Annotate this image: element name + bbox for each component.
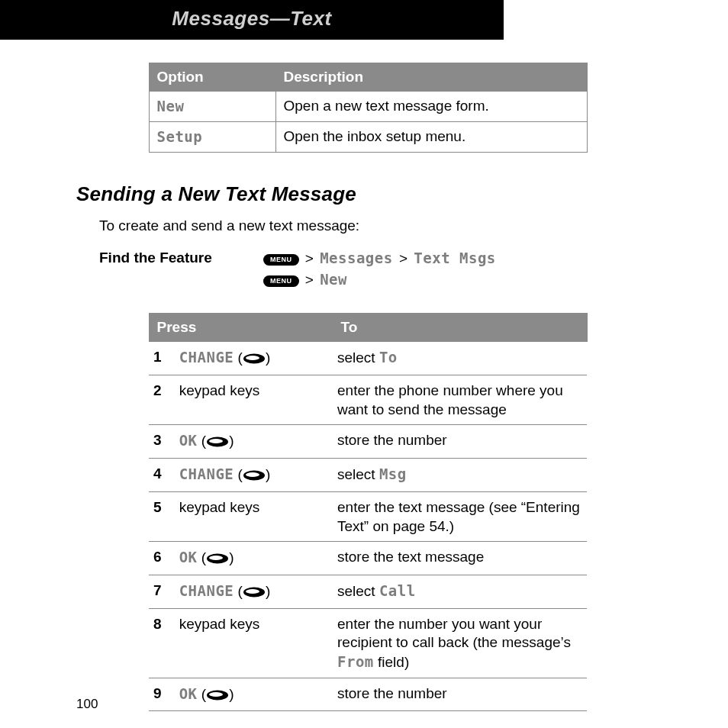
step-to: store the number [333,678,587,711]
page-header: Messages—Text [0,0,504,40]
soft-key-icon [206,551,229,567]
soft-key-label: OK [179,432,198,449]
page-number: 100 [76,696,98,713]
step-press: CHANGE () [175,575,333,608]
step-to-text: enter the text message (see “Entering Te… [337,499,580,534]
step-to: enter the phone number where you want to… [333,375,587,425]
step-to-text: store the text message [337,549,484,565]
step-to: select Msg [333,459,587,492]
step-to-term: To [379,349,398,366]
table-row: 1CHANGE ()select To [149,342,587,375]
step-to: enter the text message (see “Entering Te… [333,491,587,541]
step-to-text: select [337,466,379,482]
navigation-path: MENU > Messages > Text Msgs MENU > New [263,249,659,291]
table-row: NewOpen a new text message form. [149,92,587,122]
table-row: 2keypad keysenter the phone number where… [149,375,587,425]
step-to: enter the number you want your recipient… [333,608,587,678]
step-number: 1 [149,342,175,375]
step-number: 4 [149,459,175,492]
steps-head-press: Press [149,313,333,342]
soft-key-icon [243,585,266,601]
nav-item: New [320,271,347,288]
soft-key-label: OK [179,549,198,565]
option-description: Open a new text message form. [275,92,587,122]
step-to: store the text message [333,542,587,575]
step-to: select Call [333,575,587,608]
step-press: keypad keys [175,375,333,425]
nav-item: Text Msgs [414,250,495,266]
step-to-text: select [337,350,379,366]
step-number: 5 [149,491,175,541]
step-to-text: store the number [337,432,447,448]
menu-key-icon: MENU [263,254,299,266]
option-name: New [149,92,275,122]
menu-key-icon: MENU [263,275,299,287]
soft-key-label: CHANGE [179,465,234,482]
table-row: 9OK ()store the number [149,678,587,711]
intro-text: To create and send a new text message: [99,217,659,236]
svg-point-5 [246,472,259,477]
step-number: 6 [149,542,175,575]
soft-key-label: CHANGE [179,582,234,599]
chevron-right-icon: > [303,272,316,288]
soft-key-icon [243,351,266,367]
soft-key-icon [243,468,266,484]
step-press: OK () [175,425,333,459]
step-press: keypad keys [175,491,333,541]
step-to-term: Msg [379,465,407,482]
table-row: SetupOpen the inbox setup menu. [149,122,587,153]
step-press: CHANGE () [175,459,333,492]
page-header-title: Messages—Text [172,7,331,30]
steps-table: Press To 1CHANGE ()select To2keypad keys… [149,313,588,712]
table-row: 6OK ()store the text message [149,542,587,575]
step-press: keypad keys [175,608,333,678]
option-name: Setup [149,122,275,153]
step-press: CHANGE () [175,342,333,375]
section-heading: Sending a New Text Message [76,182,659,208]
soft-key-icon [206,688,229,704]
svg-point-1 [246,356,259,360]
option-description: Open the inbox setup menu. [275,122,587,153]
steps-head-to: To [333,313,587,342]
step-to-text: select [337,583,379,599]
options-head-description: Description [275,63,587,92]
step-to-text: enter the phone number where you want to… [337,382,563,417]
soft-key-label: OK [179,685,198,702]
step-number: 9 [149,678,175,711]
step-number: 7 [149,575,175,608]
step-number: 8 [149,608,175,678]
step-to-text: store the number [337,685,447,701]
step-to-text: field) [374,654,409,670]
chevron-right-icon: > [397,250,410,266]
svg-point-9 [246,589,259,594]
options-head-option: Option [149,63,275,92]
step-to: store the number [333,425,587,459]
step-press: OK () [175,678,333,711]
find-the-feature-label: Find the Feature [99,249,263,291]
step-number: 3 [149,425,175,459]
step-to-text: enter the number you want your recipient… [337,616,571,651]
step-number: 2 [149,375,175,425]
svg-point-11 [209,692,223,697]
soft-key-label: CHANGE [179,349,234,366]
soft-key-icon [206,434,229,450]
step-to: select To [333,342,587,375]
step-to-term: From [337,653,374,670]
nav-item: Messages [320,250,393,266]
table-row: 4CHANGE ()select Msg [149,459,587,492]
table-row: 8keypad keysenter the number you want yo… [149,608,587,678]
chevron-right-icon: > [303,250,316,266]
step-press: OK () [175,542,333,575]
table-row: 3OK ()store the number [149,425,587,459]
options-table: Option Description NewOpen a new text me… [149,63,588,153]
svg-point-7 [209,556,223,560]
table-row: 5keypad keysenter the text message (see … [149,491,587,541]
table-row: 7CHANGE ()select Call [149,575,587,608]
step-to-term: Call [379,582,416,599]
svg-point-3 [209,439,223,443]
